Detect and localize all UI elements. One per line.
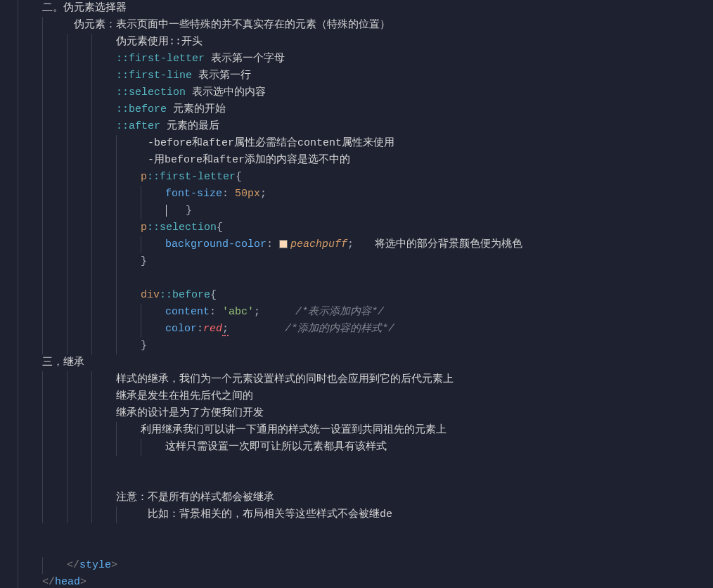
closing-tag-style: </style>	[67, 557, 713, 574]
description: 元素的开始	[167, 103, 226, 115]
colon: :	[210, 306, 222, 318]
empty-line	[42, 540, 713, 557]
code-line: ::first-line 表示第一行	[116, 68, 713, 84]
code-line: 注意：不是所有的样式都会被继承	[116, 490, 713, 506]
pseudo-element: ::first-letter	[116, 53, 205, 65]
code-line: ::first-letter 表示第一个字母	[116, 51, 713, 68]
property: font-size	[165, 188, 222, 200]
comment-text: 将选中的部分背景颜色便为桃色	[375, 238, 522, 250]
code-line: 这样只需设置一次即可让所以元素都具有该样式	[165, 439, 713, 456]
brace: }	[186, 205, 192, 217]
code-line: font-size: 50px;	[165, 186, 713, 203]
brace: {	[217, 222, 223, 234]
empty-line	[116, 456, 713, 473]
description: 元素的最后	[160, 120, 219, 132]
property: content	[165, 306, 210, 318]
code-line: background-color: peachpuff;将选中的部分背景颜色便为…	[165, 236, 713, 253]
pseudo-element: ::first-line	[116, 70, 192, 82]
code-line: 继承的设计是为了方便我们开发	[116, 405, 713, 422]
colon: :	[197, 323, 203, 335]
value: 50px	[235, 188, 260, 200]
pseudo-element: ::before	[116, 103, 167, 115]
empty-line	[116, 473, 713, 490]
code-line: }	[141, 253, 713, 270]
pseudo-element: ::before	[160, 289, 210, 301]
description: 表示第一行	[192, 70, 251, 82]
code-line: color:red;/*添加的内容的样式*/	[165, 321, 713, 338]
description: 表示选中的内容	[186, 87, 266, 98]
code-line: 二。伪元素选择器	[42, 0, 713, 17]
code-line: ::before 元素的开始	[116, 101, 713, 118]
code-line: ::after 元素的最后	[116, 118, 713, 135]
code-line: div::before{	[141, 287, 713, 304]
pseudo-element: ::first-letter	[147, 171, 236, 183]
color-value: peachpuff	[290, 238, 347, 250]
colon: :	[266, 238, 279, 250]
comment: /*添加的内容的样式*/	[285, 323, 394, 335]
code-line: 继承是发生在祖先后代之间的	[116, 388, 713, 405]
string-value: 'abc'	[222, 306, 254, 318]
code-line: 利用继承我们可以讲一下通用的样式统一设置到共同祖先的元素上	[141, 422, 713, 439]
colon: :	[222, 188, 235, 200]
closing-tag-head: </head>	[42, 574, 713, 588]
cursor-icon	[166, 205, 173, 217]
empty-line	[42, 523, 713, 540]
code-line: -before和after属性必需结合content属性来使用	[141, 135, 713, 152]
code-line: p::selection{	[141, 219, 713, 236]
selector: div	[141, 289, 160, 301]
code-line: p::first-letter{	[141, 169, 713, 186]
tag-name: style	[79, 559, 111, 571]
code-line: 三，继承	[42, 354, 713, 371]
code-line: 伪元素使用::开头	[116, 34, 713, 51]
tag-name: head	[55, 576, 80, 588]
brace: {	[210, 289, 217, 301]
selector: p	[141, 222, 147, 234]
color-value: red	[203, 323, 222, 335]
code-line: ::selection 表示选中的内容	[116, 84, 713, 101]
color-swatch-icon	[279, 240, 288, 248]
code-line: content: 'abc';/*表示添加内容*/	[165, 304, 713, 321]
code-editor[interactable]: 二。伪元素选择器 伪元素：表示页面中一些特殊的并不真实存在的元素（特殊的位置） …	[0, 0, 713, 588]
property: color	[165, 323, 197, 335]
comment: /*表示添加内容*/	[295, 306, 384, 318]
pseudo-element: ::selection	[116, 87, 186, 98]
semicolon: ;	[347, 238, 354, 250]
selector: p	[141, 171, 147, 183]
semicolon: ;	[260, 188, 266, 200]
code-line: 比如：背景相关的，布局相关等这些样式不会被继de	[141, 506, 713, 523]
code-line: }	[165, 203, 713, 219]
pseudo-element: ::selection	[147, 222, 217, 234]
property: background-color	[165, 238, 266, 250]
empty-line	[141, 270, 713, 287]
code-line: 样式的继承，我们为一个元素设置样式的同时也会应用到它的后代元素上	[116, 371, 713, 388]
semicolon-warning: ;	[222, 323, 229, 336]
description: 表示第一个字母	[205, 53, 285, 65]
code-line: 伪元素：表示页面中一些特殊的并不真实存在的元素（特殊的位置）	[67, 17, 713, 34]
pseudo-element: ::after	[116, 120, 160, 132]
brace: {	[236, 171, 242, 183]
code-line: -用before和after添加的内容是选不中的	[141, 152, 713, 169]
code-line: }	[141, 338, 713, 354]
semicolon: ;	[254, 306, 260, 318]
